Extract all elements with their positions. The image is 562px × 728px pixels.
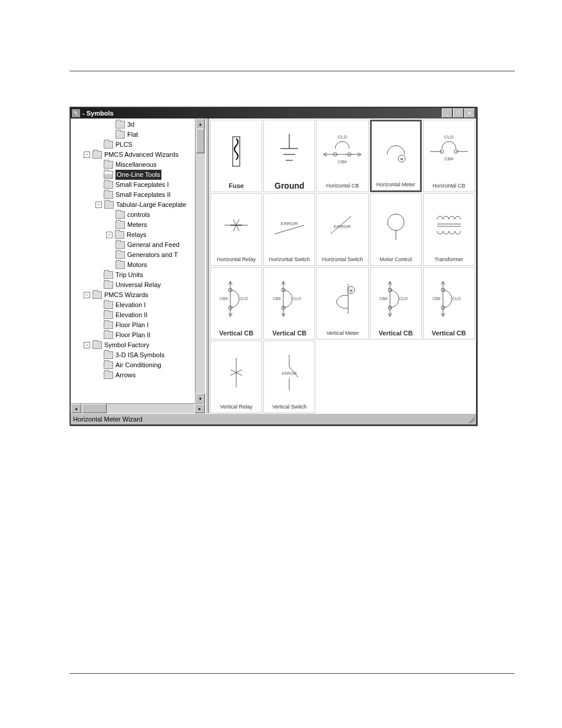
tree-item[interactable]: Small Faceplates II <box>73 190 205 200</box>
scroll-right-button[interactable]: ▸ <box>194 404 205 413</box>
hscroll-thumb[interactable] <box>82 404 107 413</box>
folder-icon <box>104 161 113 169</box>
tree-item[interactable]: −Symbol Factory <box>73 340 205 350</box>
scroll-up-button[interactable]: ▴ <box>196 118 205 129</box>
resize-grip[interactable] <box>468 416 475 423</box>
splitter[interactable] <box>205 118 209 413</box>
tree-item[interactable]: −PMCS Advanced Wizards <box>73 150 205 160</box>
svg-text:CLD: CLD <box>452 297 461 301</box>
tree-item[interactable]: Trip Units <box>73 270 205 280</box>
tree-horizontal-scrollbar[interactable]: ◂ ▸ <box>71 403 205 413</box>
close-button[interactable]: × <box>464 108 475 118</box>
tree-expander[interactable]: − <box>84 292 90 298</box>
svg-text:M: M <box>400 157 403 161</box>
folder-icon <box>104 171 113 179</box>
scroll-down-button[interactable]: ▾ <box>196 393 205 404</box>
tree-item[interactable]: −Tabular-Large Faceplate <box>73 200 205 210</box>
tree-item[interactable]: 3-D ISA Symbols <box>73 350 205 360</box>
tree-item[interactable]: Miscellaneous <box>73 160 205 170</box>
symbol-label: Vertical CB <box>432 330 466 339</box>
tree-item[interactable]: General and Feed <box>73 240 205 250</box>
symbol-cell[interactable]: MHorizontal Meter <box>370 120 422 192</box>
tree-item-label: Floor Plan II <box>115 330 150 340</box>
folder-icon <box>104 331 113 339</box>
tree-expander[interactable]: − <box>106 232 113 238</box>
symbol-cell[interactable]: Motor Control <box>370 193 422 266</box>
symbol-cell[interactable]: Transformer <box>423 193 475 266</box>
tree-item-label: Miscellaneous <box>115 160 157 170</box>
symbol-icon: M <box>372 121 420 182</box>
maximize-button[interactable]: □ <box>453 108 464 118</box>
tree-item[interactable]: controls <box>73 210 205 220</box>
titlebar[interactable]: ✎ - Symbols _ □ × <box>71 108 476 118</box>
symbol-icon <box>424 194 474 256</box>
status-bar: Horizontal Meter Wizard <box>71 413 476 424</box>
tree-item-label: Elevation I <box>115 300 146 310</box>
symbol-cell[interactable]: CLDCB#Horizontal CB <box>423 120 475 192</box>
tree-item-label: Elevation II <box>115 310 147 320</box>
tree-expander[interactable]: − <box>95 202 102 208</box>
tree-expander[interactable]: − <box>84 342 90 348</box>
minimize-button[interactable]: _ <box>442 108 452 118</box>
symbol-label: Ground <box>275 183 305 192</box>
tree-pane[interactable]: 3dFlatPLCS−PMCS Advanced WizardsMiscella… <box>71 118 205 413</box>
symbol-cell[interactable]: Horizontal Relay <box>210 193 262 266</box>
symbol-cell[interactable]: CB#CLDVertical CB <box>370 267 422 340</box>
folder-icon <box>115 221 125 229</box>
symbol-cell[interactable]: ERRORVertical Switch <box>263 341 315 413</box>
tree-item[interactable]: −Relays <box>73 230 205 240</box>
symbol-cell[interactable]: CLDCB#Horizontal CB <box>316 120 368 192</box>
symbol-cell[interactable]: ERRORHorizontal Switch <box>316 193 368 266</box>
tree-item[interactable]: Elevation II <box>73 310 205 320</box>
tree-item-label: Arrows <box>115 370 135 380</box>
folder-icon <box>104 311 113 319</box>
tree-vertical-scrollbar[interactable]: ▴ ▾ <box>195 118 205 404</box>
symbol-label: Transformer <box>435 256 464 265</box>
symbol-cell[interactable]: CB#CLDVertical CB <box>210 267 262 340</box>
folder-icon <box>104 281 113 289</box>
scroll-thumb[interactable] <box>196 129 204 153</box>
tree-item[interactable]: Arrows <box>73 370 205 380</box>
folder-icon <box>104 321 113 329</box>
tree-item[interactable]: Flat <box>73 130 205 140</box>
symbol-cell[interactable]: Fuse <box>210 120 262 192</box>
tree-item-label: 3d <box>127 120 134 130</box>
tree-item[interactable]: Elevation I <box>73 300 205 310</box>
tree-item[interactable]: Air Conditioning <box>73 360 205 370</box>
symbol-cell[interactable]: CB#CLDVertical CB <box>423 267 475 340</box>
symbol-cell[interactable]: ERRORHorizontal Switch <box>263 193 315 266</box>
tree-item[interactable]: −PMCS Wizards <box>73 290 205 300</box>
symbol-cell[interactable]: Vertical Relay <box>210 341 262 413</box>
tree-item[interactable]: 3d <box>73 120 205 130</box>
symbols-window: ✎ - Symbols _ □ × 3dFlatPLCS−PMCS Advanc… <box>70 107 477 426</box>
tree-item-label: Universal Relay <box>115 280 161 290</box>
tree-item[interactable]: Universal Relay <box>73 280 205 290</box>
status-text: Horizontal Meter Wizard <box>73 416 143 423</box>
svg-text:ERROR: ERROR <box>282 371 297 375</box>
svg-point-26 <box>388 214 404 230</box>
tree-item[interactable]: Motors <box>73 260 205 270</box>
tree-item[interactable]: Meters <box>73 220 205 230</box>
symbol-cell[interactable]: MVertical Meter <box>316 267 368 340</box>
tree-item[interactable]: Generators and T <box>73 250 205 260</box>
symbol-label: Vertical Meter <box>326 330 359 339</box>
tree-item[interactable]: Floor Plan I <box>73 320 205 330</box>
symbol-icon: ERROR <box>264 341 315 404</box>
symbol-icon <box>211 341 262 404</box>
scroll-left-button[interactable]: ◂ <box>71 404 81 413</box>
page-rule-top <box>70 71 515 71</box>
tree-item-label: PMCS Advanced Wizards <box>104 150 178 160</box>
symbol-cell[interactable]: Ground <box>263 120 315 192</box>
symbol-cell[interactable]: CB#CLDVertical CB <box>263 267 315 340</box>
tree-item-label: Trip Units <box>115 270 143 280</box>
page-rule-bottom <box>70 673 515 674</box>
tree-item[interactable]: One-Line Tools <box>73 170 205 180</box>
tree-item[interactable]: Small Faceplates I <box>73 180 205 190</box>
tree-expander[interactable]: − <box>84 151 90 158</box>
svg-rect-0 <box>233 137 240 166</box>
tree-item[interactable]: PLCS <box>73 140 205 150</box>
tree-item-label: 3-D ISA Symbols <box>115 350 164 360</box>
symbol-label: Vertical CB <box>219 330 253 339</box>
svg-line-23 <box>275 225 304 234</box>
tree-item[interactable]: Floor Plan II <box>73 330 205 340</box>
